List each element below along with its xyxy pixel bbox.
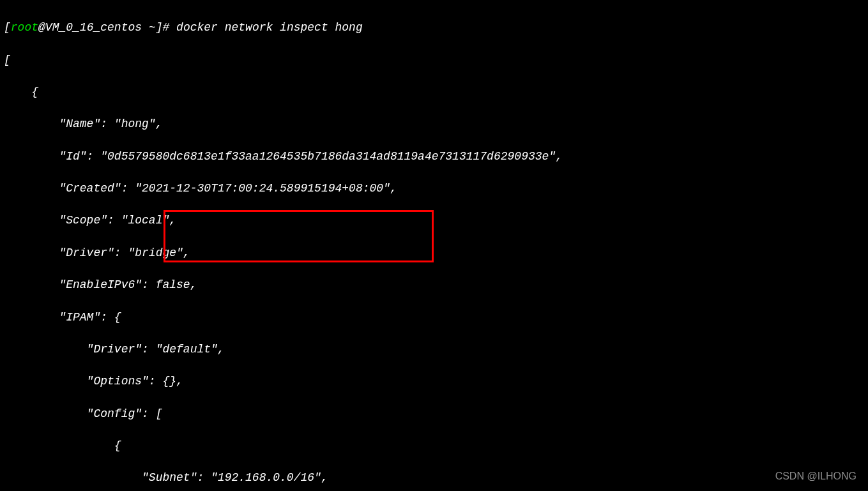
terminal-output[interactable]: [root@VM_0_16_centos ~]# docker network … <box>0 0 868 491</box>
output-line: { <box>4 438 864 454</box>
output-line: "Name": "hong", <box>4 116 864 132</box>
prompt-open-bracket: [ <box>4 21 11 34</box>
output-line: "EnableIPv6": false, <box>4 277 864 293</box>
output-line: "Id": "0d5579580dc6813e1f33aa1264535b718… <box>4 149 864 165</box>
command-text: docker network inspect hong <box>176 21 363 34</box>
output-line: "Scope": "local", <box>4 213 864 229</box>
prompt-line: [root@VM_0_16_centos ~]# docker network … <box>4 20 864 36</box>
output-line: "Driver": "bridge", <box>4 245 864 261</box>
output-line: "Subnet": "192.168.0.0/16", <box>4 470 864 486</box>
output-line: { <box>4 84 864 100</box>
output-line: "IPAM": { <box>4 310 864 326</box>
output-line: "Created": "2021-12-30T17:00:24.58991519… <box>4 181 864 197</box>
output-line: "Driver": "default", <box>4 342 864 358</box>
output-line: "Config": [ <box>4 406 864 422</box>
output-line: [ <box>4 52 864 68</box>
prompt-close-bracket: ]# <box>156 21 176 34</box>
prompt-host: @VM_0_16_centos ~ <box>38 21 156 34</box>
watermark: CSDN @ILHONG <box>775 469 857 483</box>
prompt-user: root <box>11 21 38 34</box>
output-line: "Options": {}, <box>4 374 864 389</box>
